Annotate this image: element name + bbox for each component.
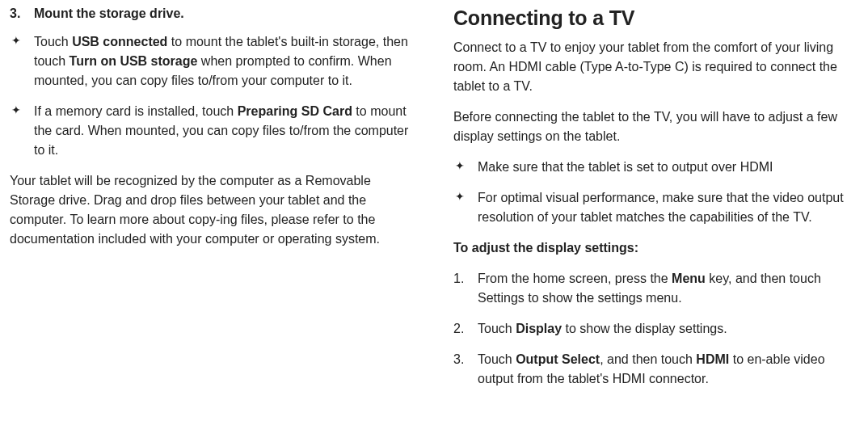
left-column: 3. Mount the storage drive. ✦ Touch USB … <box>0 0 418 438</box>
bullet-item: ✦ If a memory card is installed, touch P… <box>10 102 415 160</box>
paragraph: Before connecting the tablet to the TV, … <box>453 107 858 146</box>
numbered-item: 3. Touch Output Select, and then touch H… <box>453 350 858 389</box>
paragraph: Connect to a TV to enjoy your tablet fro… <box>453 38 858 96</box>
bullet-item: ✦ Make sure that the tablet is set to ou… <box>453 158 858 177</box>
item-number: 1. <box>453 269 478 308</box>
step-number: 3. <box>10 6 34 21</box>
section-title: Connecting to a TV <box>453 6 858 30</box>
star-icon: ✦ <box>11 32 34 91</box>
item-text: Touch Output Select, and then touch HDMI… <box>478 350 858 389</box>
item-text: Touch Display to show the display settin… <box>478 319 858 339</box>
star-icon: ✦ <box>455 158 478 177</box>
item-number: 2. <box>453 319 478 339</box>
bullet-item: ✦ For optimal visual performance, make s… <box>453 188 858 227</box>
item-number: 3. <box>453 350 478 389</box>
right-column: Connecting to a TV Connect to a TV to en… <box>450 0 868 438</box>
bullet-text: For optimal visual performance, make sur… <box>478 188 858 227</box>
star-icon: ✦ <box>11 102 34 160</box>
step-title: Mount the storage drive. <box>34 6 184 21</box>
item-text: From the home screen, press the Menu key… <box>478 269 858 308</box>
paragraph: Your tablet will be recognized by the co… <box>10 171 415 249</box>
bullet-text: Touch USB connected to mount the tablet'… <box>34 32 415 91</box>
bullet-text: If a memory card is installed, touch Pre… <box>34 102 415 160</box>
step-heading: 3. Mount the storage drive. <box>10 6 415 21</box>
numbered-item: 2. Touch Display to show the display set… <box>453 319 858 339</box>
star-icon: ✦ <box>455 188 478 227</box>
bullet-item: ✦ Touch USB connected to mount the table… <box>10 32 415 91</box>
bullet-text: Make sure that the tablet is set to outp… <box>478 158 858 177</box>
numbered-item: 1. From the home screen, press the Menu … <box>453 269 858 308</box>
subheading: To adjust the display settings: <box>453 238 858 258</box>
